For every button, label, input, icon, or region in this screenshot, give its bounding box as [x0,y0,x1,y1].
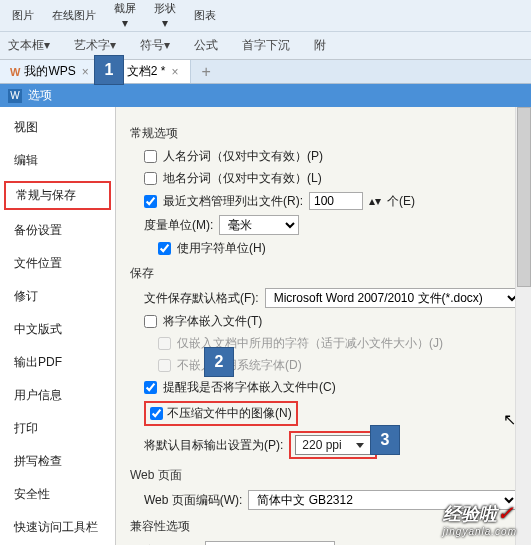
lbl-measure: 度量单位(M): [144,217,213,234]
spin-buttons[interactable]: ▴▾ [369,194,381,208]
highlight-ppi: 220 ppi [289,431,376,459]
sidebar-item-edit[interactable]: 编辑 [4,148,111,173]
callout-2: 2 [204,347,234,377]
sidebar-item-revision[interactable]: 修订 [4,284,111,309]
tb-shape[interactable]: 形状▾ [146,1,184,30]
scroll-thumb[interactable] [517,107,531,287]
sidebar-item-qat[interactable]: 快速访问工具栏 [4,515,111,540]
chk-embed-used [158,337,171,350]
mouse-cursor-icon: ↖ [503,410,516,429]
tb-picture[interactable]: 图片 [4,8,42,23]
dialog-title: 选项 [28,87,52,104]
tb-symbol[interactable]: 符号▾ [140,37,170,54]
lbl-default-target: 将默认目标输出设置为(P): [144,437,283,454]
chk-embed-fonts[interactable] [144,315,157,328]
sidebar-item-chinese-layout[interactable]: 中文版式 [4,317,111,342]
word-icon: W [8,89,22,103]
tb-dropcap[interactable]: 首字下沉 [242,37,290,54]
tb-textbox[interactable]: 文本框▾ [8,37,50,54]
select-default-format[interactable]: Microsoft Word 2007/2010 文件(*.docx) [265,288,521,308]
sidebar-item-view[interactable]: 视图 [4,115,111,140]
close-icon[interactable]: × [169,65,180,79]
select-measure-unit[interactable]: 毫米 [219,215,299,235]
options-sidebar: 视图 编辑 常规与保存 备份设置 文件位置 修订 中文版式 输出PDF 用户信息… [0,107,116,545]
ppi-value: 220 ppi [302,438,341,452]
tb-formula[interactable]: 公式 [194,37,218,54]
watermark: 经验啦✓ jingyanla.com [443,501,517,537]
lbl-no-embed-sys: 不嵌入常用系统字体(D) [177,357,302,374]
ribbon-toolbar: 图片 在线图片 截屏▾ 形状▾ 图表 [0,0,531,32]
tab-mywps[interactable]: W 我的WPS × [0,60,102,83]
sidebar-item-userinfo[interactable]: 用户信息 [4,383,111,408]
chk-no-compress-img[interactable] [150,407,163,420]
select-apply-to[interactable]: 文档2 [205,541,335,545]
section-save: 保存 [130,265,521,282]
chk-remind-embed[interactable] [144,381,157,394]
lbl-no-compress-img: 不压缩文件中的图像(N) [167,405,292,422]
watermark-text: 经验啦 [443,504,497,524]
chk-recent-docs[interactable] [144,195,157,208]
sidebar-item-output-pdf[interactable]: 输出PDF [4,350,111,375]
lbl-embed-fonts: 将字体嵌入文件(T) [163,313,262,330]
document-tabbar: W 我的WPS × ▦ 文档2 * × + [0,60,531,84]
callout-3: 3 [370,425,400,455]
section-web: Web 页面 [130,467,521,484]
options-content: 常规选项 人名分词（仅对中文有效）(P) 地名分词（仅对中文有效）(L) 最近文… [116,107,531,545]
lbl-recent-docs: 最近文档管理列出文件(R): [163,193,303,210]
lbl-name-split: 人名分词（仅对中文有效）(P) [163,148,323,165]
content-scrollbar[interactable] [515,107,531,545]
chk-name-split[interactable] [144,150,157,163]
tb-chart[interactable]: 图表 [186,8,224,23]
tab-label: 我的WPS [24,63,75,80]
ribbon-sub: 文本框▾ 艺术字▾ 符号▾ 公式 首字下沉 附 [0,32,531,60]
wps-logo-icon: W [10,66,20,78]
options-titlebar: W 选项 [0,84,531,107]
select-ppi[interactable]: 220 ppi [295,435,370,455]
lbl-char-unit: 使用字符单位(H) [177,240,266,257]
section-general: 常规选项 [130,125,521,142]
tab-add-button[interactable]: + [191,60,220,84]
sidebar-item-print[interactable]: 打印 [4,416,111,441]
sidebar-item-general-save[interactable]: 常规与保存 [4,181,111,210]
chk-place-split[interactable] [144,172,157,185]
sidebar-item-spellcheck[interactable]: 拼写检查 [4,449,111,474]
highlight-no-compress: 不压缩文件中的图像(N) [144,401,298,426]
options-body: 视图 编辑 常规与保存 备份设置 文件位置 修订 中文版式 输出PDF 用户信息… [0,107,531,545]
input-recent-count[interactable] [309,192,363,210]
lbl-recent-unit: 个(E) [387,193,415,210]
lbl-remind-embed: 提醒我是否将字体嵌入文件中(C) [163,379,336,396]
chk-no-embed-sys [158,359,171,372]
close-icon[interactable]: × [80,65,91,79]
chevron-down-icon [356,443,364,448]
tb-attach[interactable]: 附 [314,37,326,54]
lbl-place-split: 地名分词（仅对中文有效）(L) [163,170,322,187]
callout-1: 1 [94,55,124,85]
sidebar-item-backup[interactable]: 备份设置 [4,218,111,243]
sidebar-item-filelocation[interactable]: 文件位置 [4,251,111,276]
chk-char-unit[interactable] [158,242,171,255]
tab-label: 文档2 * [127,63,166,80]
watermark-url: jingyanla.com [443,526,517,537]
check-icon: ✓ [497,502,514,524]
tb-online-pic[interactable]: 在线图片 [44,8,104,23]
sidebar-item-security[interactable]: 安全性 [4,482,111,507]
lbl-default-format: 文件保存默认格式(F): [144,290,259,307]
lbl-web-encode: Web 页面编码(W): [144,492,242,509]
tb-wordart[interactable]: 艺术字▾ [74,37,116,54]
tb-screenshot[interactable]: 截屏▾ [106,1,144,30]
